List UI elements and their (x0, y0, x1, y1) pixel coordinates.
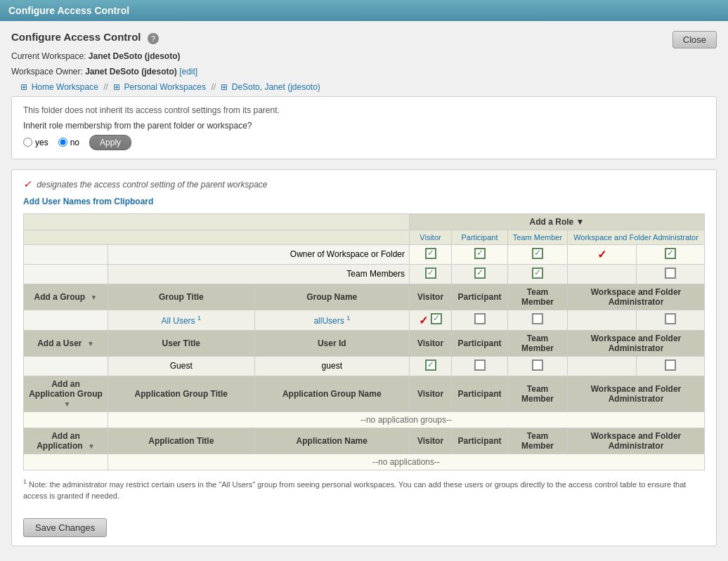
guest-row: Guest guest (24, 356, 705, 376)
guest-wfa-empty (568, 356, 637, 376)
no-app-groups-text: --no application groups-- (108, 411, 705, 428)
all-users-team-cb[interactable] (508, 310, 568, 330)
no-app-groups-row: --no application groups-- (24, 411, 705, 428)
inherit-question: Inherit role membership from the parent … (23, 121, 705, 131)
all-users-participant-cb[interactable] (452, 310, 508, 330)
help-icon[interactable]: ? (148, 33, 159, 44)
close-button[interactable]: Close (672, 31, 717, 48)
add-role-funnel: ▼ (576, 217, 585, 227)
app-funnel-icon: ▼ (88, 442, 95, 450)
owner-participant-cb[interactable] (452, 244, 508, 264)
workspace-owner-label: Workspace Owner: (11, 67, 83, 77)
owner-team-checkbox[interactable] (532, 248, 543, 259)
current-workspace-value: Janet DeSoto (jdesoto) (89, 51, 181, 61)
all-users-visitor-checkbox[interactable] (431, 313, 442, 324)
all-users-wfa-checkbox[interactable] (665, 313, 676, 324)
owner-wfa-tick-cell: ✓ (568, 244, 637, 264)
legend-tick: ✓ (23, 178, 32, 190)
all-users-wfa-cb[interactable] (636, 310, 705, 330)
breadcrumb-home[interactable]: Home Workspace (32, 82, 98, 92)
save-changes-button[interactable]: Save Changes (23, 518, 107, 537)
all-users-name-link[interactable]: allUsers 1 (313, 316, 350, 326)
owner-visitor-checkbox[interactable] (425, 248, 436, 259)
team-participant-checkbox[interactable] (474, 268, 486, 279)
home-expand-icon[interactable]: ⊞ (20, 82, 27, 92)
current-workspace-label: Current Workspace: (11, 51, 86, 61)
guest-wfa-checkbox[interactable] (665, 359, 676, 371)
guest-visitor-checkbox[interactable] (425, 359, 436, 371)
add-role-header-row: Add a Role ▼ (24, 213, 705, 230)
legend-text: designates the access control setting of… (37, 180, 267, 190)
footnote-sup: 1 (23, 478, 27, 485)
owner-team-cb[interactable] (508, 244, 568, 264)
guest-visitor-cb[interactable] (410, 356, 452, 376)
add-role-cell: Add a Role ▼ (410, 213, 705, 230)
guest-participant-cb[interactable] (452, 356, 508, 376)
breadcrumb-current[interactable]: DeSoto, Janet (jdesoto) (232, 82, 320, 92)
team-team-checkbox[interactable] (532, 268, 543, 279)
team-wfa-checkbox[interactable] (665, 268, 676, 279)
team-members-label: Team Members (108, 264, 410, 284)
team-members-row: Team Members (24, 264, 705, 284)
user-title-header: User Title (108, 330, 255, 356)
team-wfa-cb[interactable] (636, 264, 705, 284)
role-names-row: Visitor Participant Team Member Workspac… (24, 230, 705, 244)
apply-button[interactable]: Apply (89, 135, 131, 150)
all-users-participant-checkbox[interactable] (474, 313, 486, 324)
owner-visitor-cb[interactable] (410, 244, 452, 264)
app-group-visitor-header: Visitor (410, 376, 452, 411)
app-title-header: Application Title (108, 428, 255, 454)
team-participant-cb[interactable] (452, 264, 508, 284)
owner-participant-checkbox[interactable] (474, 248, 486, 259)
add-user-label[interactable]: Add a User ▼ (24, 330, 108, 356)
inherit-section: This folder does not inherit its access … (11, 96, 717, 159)
owner-wfa-cb[interactable] (636, 244, 705, 264)
user-participant-header: Participant (452, 330, 508, 356)
owner-wfa-tick: ✓ (597, 249, 606, 260)
yes-radio-label[interactable]: yes (23, 138, 48, 147)
guest-team-checkbox[interactable] (532, 359, 543, 371)
team-team-cb[interactable] (508, 264, 568, 284)
owner-row: Owner of Workspace or Folder ✓ (24, 244, 705, 264)
breadcrumb-sep1: // (103, 82, 108, 92)
app-group-team-header: Team Member (508, 376, 568, 411)
add-group-label[interactable]: Add a Group ▼ (24, 284, 108, 310)
team-wfa-empty (568, 264, 637, 284)
workspace-edit-link[interactable]: [edit] (179, 67, 197, 77)
team-visitor-cb[interactable] (410, 264, 452, 284)
guest-team-cb[interactable] (508, 356, 568, 376)
yes-radio[interactable] (23, 138, 32, 147)
guest-wfa-cb[interactable] (636, 356, 705, 376)
clipboard-link[interactable]: Add User Names from Clipboard (23, 197, 705, 206)
current-expand-icon[interactable]: ⊞ (221, 82, 228, 92)
radio-group: yes no Apply (23, 135, 705, 150)
guest-participant-checkbox[interactable] (474, 359, 486, 371)
workspace-owner-value: Janet DeSoto (jdesoto) (85, 67, 177, 77)
all-users-team-checkbox[interactable] (532, 313, 543, 324)
personal-expand-icon[interactable]: ⊞ (113, 82, 120, 92)
user-team-header: Team Member (508, 330, 568, 356)
add-app-label[interactable]: Add an Application ▼ (24, 428, 108, 454)
app-group-participant-header: Participant (452, 376, 508, 411)
group-wfa-header: Workspace and Folder Administrator (568, 284, 705, 310)
no-apps-text: --no applications-- (108, 454, 705, 470)
no-radio[interactable] (58, 138, 67, 147)
col-wfa: Workspace and Folder Administrator (568, 230, 705, 244)
app-participant-header: Participant (452, 428, 508, 454)
owner-wfa-checkbox[interactable] (665, 248, 676, 259)
all-users-link[interactable]: All Users 1 (162, 316, 201, 326)
add-app-group-label[interactable]: Add an Application Group ▼ (24, 376, 108, 411)
footnote: 1 Note: the administrator may restrict c… (23, 477, 705, 502)
yes-label: yes (35, 138, 48, 147)
app-team-header: Team Member (508, 428, 568, 454)
app-group-wfa-header: Workspace and Folder Administrator (568, 376, 705, 411)
no-radio-label[interactable]: no (58, 138, 79, 147)
breadcrumb-sep2: // (211, 82, 216, 92)
all-users-title: All Users 1 (108, 310, 255, 330)
title-bar: Configure Access Control (0, 0, 728, 21)
owner-label: Owner of Workspace or Folder (108, 244, 410, 264)
app-group-name-header: Application Group Name (254, 376, 409, 411)
team-visitor-checkbox[interactable] (425, 268, 436, 279)
breadcrumb-personal[interactable]: Personal Workspaces (124, 82, 207, 92)
no-label: no (70, 138, 79, 147)
